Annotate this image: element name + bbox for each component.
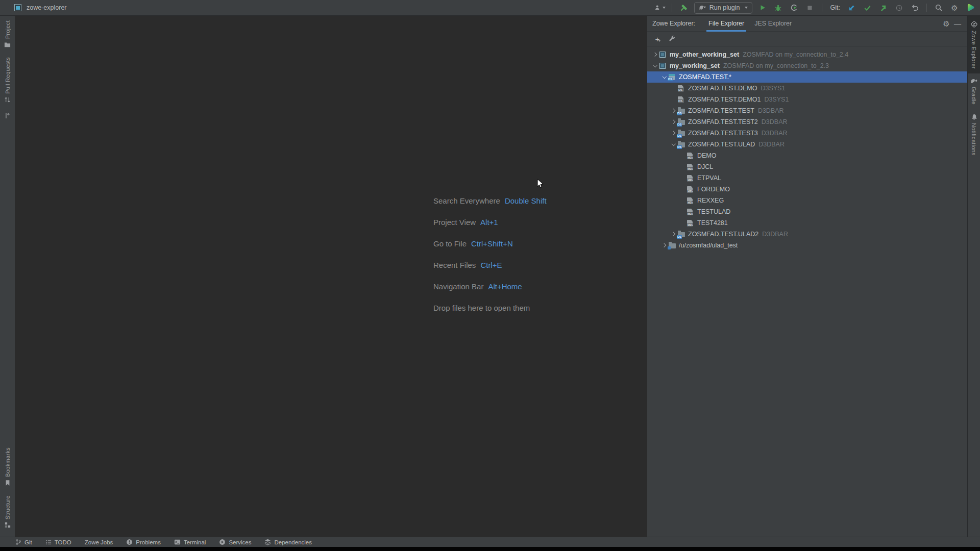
bottombar-item-git[interactable]: Git xyxy=(15,539,32,545)
tree-row[interactable]: ZOSMFAD.TEST.TESTD3DBAR xyxy=(647,105,967,116)
todo-icon xyxy=(45,539,52,545)
tree-row[interactable]: my_working_setZOSMFAD on my_connection_t… xyxy=(647,60,967,71)
git-commit-button[interactable] xyxy=(862,2,873,13)
toolbar-separator xyxy=(672,4,672,12)
tree-row[interactable]: DJCL xyxy=(647,161,967,172)
bottombar-item-label: Terminal xyxy=(184,539,206,545)
stripe-item-gradle[interactable]: Gradle xyxy=(968,73,980,109)
stripe-item-structure[interactable]: Structure xyxy=(0,491,15,533)
update-arrow-icon xyxy=(848,4,855,12)
bottombar-item-label: TODO xyxy=(55,539,71,545)
tree-row[interactable]: my_other_working_setZOSMFAD on my_connec… xyxy=(647,49,967,60)
tree-item-name: ZOSMFAD.TEST.* xyxy=(679,73,731,81)
history-button[interactable] xyxy=(893,2,904,13)
bottombar-item-problems[interactable]: Problems xyxy=(126,539,161,545)
sequential-dataset-icon xyxy=(678,84,688,92)
shortcut-keys: Ctrl+E xyxy=(480,261,502,269)
bottombar-item-zowe-jobs[interactable]: Zowe Jobs xyxy=(85,539,113,545)
stripe-item-project[interactable]: Project xyxy=(0,16,15,53)
debug-button[interactable] xyxy=(773,2,784,13)
run-with-coverage-button[interactable] xyxy=(789,2,800,13)
tab-file-explorer[interactable]: File Explorer xyxy=(703,16,749,32)
terminal-icon xyxy=(174,539,181,545)
tree-row[interactable]: ZOSMFAD.TEST.ULADD3DBAR xyxy=(647,139,967,150)
chevron-placeholder-icon xyxy=(679,163,687,171)
dependencies-icon xyxy=(264,539,271,545)
tree-item-name: TESTULAD xyxy=(697,208,730,215)
chevron-collapsed-icon[interactable] xyxy=(651,51,659,59)
tree-item-name: my_working_set xyxy=(670,62,720,69)
tree-row[interactable]: TEST4281 xyxy=(647,217,967,229)
hammer-icon xyxy=(679,4,688,12)
stripe-item-notifications[interactable]: Notifications xyxy=(968,109,980,160)
run-configuration-select[interactable]: Run plugin xyxy=(694,2,752,14)
tree-row[interactable]: /u/zosmfad/ulad_test xyxy=(647,240,967,251)
search-everywhere-button[interactable] xyxy=(933,2,944,13)
bottombar-item-dependencies[interactable]: Dependencies xyxy=(264,539,312,545)
stripe-item-label: Gradle xyxy=(971,87,977,105)
structure-icon xyxy=(5,522,11,528)
bottombar-item-label: Problems xyxy=(136,539,161,545)
stripe-item-commit[interactable] xyxy=(0,108,15,123)
bottombar-item-terminal[interactable]: Terminal xyxy=(174,539,206,545)
tree-row[interactable]: ZOSMFAD.TEST.TEST3D3DBAR xyxy=(647,128,967,139)
tree-item-name: ZOSMFAD.TEST.DEMO1 xyxy=(688,96,761,103)
tree-row[interactable]: FORDEMO xyxy=(647,184,967,195)
settings-button[interactable]: ⚙ xyxy=(949,2,960,13)
tree-row[interactable]: DEMO xyxy=(647,150,967,161)
tree-item-qualifier: D3SYS1 xyxy=(761,85,785,92)
git-push-button[interactable] xyxy=(877,2,889,13)
chevron-expanded-icon[interactable] xyxy=(651,62,659,70)
build-project-button[interactable] xyxy=(678,2,690,13)
drop-files-hint: Drop files here to open them xyxy=(433,297,547,318)
tree-item-name: ZOSMFAD.TEST.ULAD2 xyxy=(688,231,758,238)
editor-empty-area: Search EverywhereDouble ShiftProject Vie… xyxy=(15,16,647,537)
tree-row[interactable]: ZOSMFAD.TEST.DEMOD3SYS1 xyxy=(647,83,967,94)
tree-row[interactable]: ZOSMFAD.TEST.* xyxy=(647,71,967,83)
left-tool-window-stripe: ProjectPull Requests BookmarksStructure xyxy=(0,16,15,537)
tree-item-name: DEMO xyxy=(697,152,717,159)
empty-editor-shortcuts: Search EverywhereDouble ShiftProject Vie… xyxy=(433,190,547,318)
main-toolbar: Run plugin Git: xyxy=(654,2,976,14)
panel-settings-button[interactable]: ⚙ xyxy=(941,18,952,29)
chevron-down-icon xyxy=(663,7,666,9)
right-tool-window-stripe: Zowe ExplorerGradleNotifications xyxy=(967,16,980,537)
stop-button[interactable] xyxy=(804,2,816,13)
uss-directory-icon xyxy=(669,241,679,249)
chevron-placeholder-icon xyxy=(679,152,687,160)
tree-row[interactable]: TESTULAD xyxy=(647,206,967,217)
add-working-set-button[interactable]: + xyxy=(651,33,665,44)
bottombar-item-label: Git xyxy=(24,539,32,545)
stripe-item-zowe-explorer[interactable]: Zowe Explorer xyxy=(968,16,980,73)
ide-profile-button[interactable] xyxy=(965,2,976,13)
tree-row[interactable]: ETPVAL xyxy=(647,172,967,184)
taskbar-strip xyxy=(0,547,980,551)
tree-row[interactable]: REXXEG xyxy=(647,195,967,206)
bottombar-item-services[interactable]: Services xyxy=(219,539,251,545)
stripe-item-label: Project xyxy=(5,20,11,39)
tree-row[interactable]: ZOSMFAD.TEST.TEST2D3DBAR xyxy=(647,116,967,128)
stripe-item-bookmarks[interactable]: Bookmarks xyxy=(0,443,15,491)
chevron-down-icon xyxy=(658,40,660,42)
pull-requests-icon xyxy=(4,96,11,103)
tab-jes-explorer[interactable]: JES Explorer xyxy=(749,16,797,32)
problems-icon xyxy=(126,539,133,545)
clock-icon xyxy=(895,4,903,12)
stripe-item-label: Structure xyxy=(5,495,11,519)
title-bar: zowe-explorer Run plugin xyxy=(0,0,980,16)
run-button[interactable] xyxy=(757,2,768,13)
shortcut-line: Project ViewAlt+1 xyxy=(433,211,547,233)
notifications-icon xyxy=(971,114,977,120)
tree-row[interactable]: ZOSMFAD.TEST.ULAD2D3DBAR xyxy=(647,229,967,240)
colored-sphere-icon xyxy=(966,3,975,12)
edit-settings-button[interactable] xyxy=(667,33,678,44)
rollback-button[interactable] xyxy=(909,2,920,13)
user-profile-button[interactable] xyxy=(654,2,666,13)
stripe-item-label: Bookmarks xyxy=(5,447,11,477)
git-update-button[interactable] xyxy=(846,2,857,13)
shortcut-action-label: Search Everywhere xyxy=(433,196,500,205)
tree-row[interactable]: ZOSMFAD.TEST.DEMO1D3SYS1 xyxy=(647,94,967,105)
stripe-item-pull-requests[interactable]: Pull Requests xyxy=(0,53,15,108)
bottombar-item-todo[interactable]: TODO xyxy=(45,539,71,545)
panel-minimize-button[interactable]: — xyxy=(952,18,963,29)
